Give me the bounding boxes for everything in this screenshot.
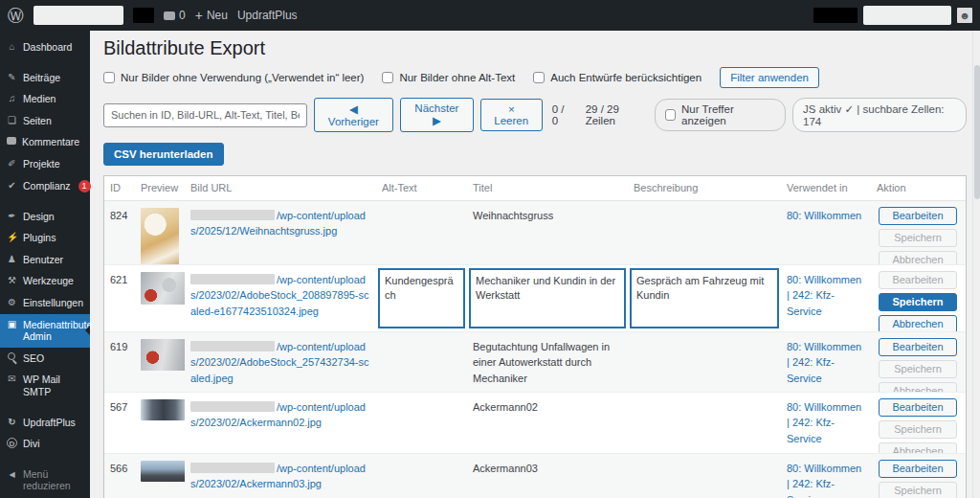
- sidebar-item-benutzer[interactable]: Benutzer: [0, 249, 90, 271]
- sidebar-item-plugins[interactable]: Plugins: [0, 227, 90, 249]
- sidebar-item-beitraege[interactable]: Beiträge: [0, 67, 90, 89]
- sidebar-item-updraftplus[interactable]: UpdraftPlus: [0, 412, 90, 434]
- search-input[interactable]: [103, 103, 307, 127]
- pushpin-icon: [7, 72, 17, 82]
- sidebar-item-design[interactable]: Design: [0, 206, 90, 228]
- checkbox-icon[interactable]: [103, 72, 115, 83]
- comment-bubble-icon: [164, 11, 175, 20]
- sidebar-item-label: Medienattribute Admin: [23, 319, 92, 343]
- description-value: [628, 393, 781, 453]
- alt-text-edit-field[interactable]: Kundengespräch: [378, 268, 465, 328]
- sidebar-item-wp-mail-smtp[interactable]: WP Mail SMTP: [0, 369, 90, 402]
- redacted-domain: [190, 274, 275, 284]
- edit-button: Bearbeiten: [879, 271, 957, 289]
- main-content: Bildattribute Export Nur Bilder ohne Ver…: [90, 31, 980, 498]
- filter-only-unused[interactable]: Nur Bilder ohne Verwendung („Verwendet i…: [103, 72, 364, 83]
- next-match-button[interactable]: Nächster ▶: [400, 98, 474, 132]
- sidebar-item-label: Projekte: [23, 158, 83, 170]
- save-button: Speichern: [879, 482, 957, 498]
- mechanic-car-thumbnail: [141, 339, 185, 371]
- used-in-link[interactable]: 80: Willkommen | 242: Kfz-Service: [787, 401, 861, 444]
- edit-button[interactable]: Bearbeiten: [879, 460, 957, 478]
- redacted-site-name[interactable]: [33, 6, 123, 25]
- sidebar-item-seo[interactable]: SEO: [0, 348, 90, 370]
- scrollbar-thumb[interactable]: [974, 65, 980, 199]
- only-matches-toggle[interactable]: Nur Treffer anzeigen: [655, 99, 786, 131]
- used-in-link[interactable]: 80: Willkommen: [787, 210, 861, 221]
- page-scrollbar[interactable]: [972, 31, 980, 498]
- sidebar-item-divi[interactable]: Divi: [0, 433, 90, 455]
- save-button: Speichern: [879, 420, 957, 439]
- js-status-badge: JS aktiv ✓ | suchbare Zellen: 174: [792, 98, 967, 132]
- sidebar-item-seiten[interactable]: Seiten: [0, 110, 90, 132]
- sidebar-item-label: Divi: [23, 438, 83, 450]
- sidebar-item-projekte[interactable]: Projekte: [0, 153, 90, 175]
- clear-search-button[interactable]: × Leeren: [480, 99, 543, 131]
- apply-filter-button[interactable]: Filter anwenden: [720, 67, 819, 88]
- checkbox-icon[interactable]: [382, 72, 393, 83]
- edit-button[interactable]: Bearbeiten: [879, 338, 957, 356]
- sidebar-item-label: SEO: [23, 352, 83, 365]
- save-button[interactable]: Speichern: [879, 293, 957, 311]
- sidebar-item-label: Benutzer: [23, 254, 83, 266]
- column-header-id: ID: [104, 176, 135, 200]
- sidebar-item-complianz[interactable]: Complianz 1: [0, 175, 90, 197]
- redacted-username[interactable]: [863, 6, 951, 25]
- sidebar-item-dashboard[interactable]: Dashboard: [0, 36, 90, 58]
- sidebar-item-kommentare[interactable]: Kommentare: [0, 131, 90, 153]
- used-in-link[interactable]: 80: Willkommen | 242: Kfz-Service: [787, 341, 861, 384]
- checkbox-icon[interactable]: [665, 109, 676, 121]
- alt-text-value: [376, 393, 467, 453]
- page-title: Bildattribute Export: [103, 37, 967, 59]
- row-counter: 29 / 29 Zeilen: [586, 103, 648, 126]
- redacted-item: [133, 8, 154, 23]
- filter-no-alt-text[interactable]: Nur Bilder ohne Alt-Text: [382, 72, 515, 83]
- sidebar-item-einstellungen[interactable]: Einstellungen: [0, 292, 90, 314]
- sidebar-item-werkzeuge[interactable]: Werkzeuge: [0, 270, 90, 292]
- redacted-domain: [190, 210, 275, 220]
- user-avatar[interactable]: ☻: [957, 8, 972, 23]
- save-button: Speichern: [879, 229, 957, 247]
- media-icon: [7, 93, 17, 103]
- only-matches-label: Nur Treffer anzeigen: [681, 103, 775, 126]
- alt-text-value: [376, 332, 467, 392]
- projects-icon: [7, 158, 17, 169]
- filter-include-drafts[interactable]: Auch Entwürfe berücksichtigen: [533, 72, 702, 83]
- title-edit-field[interactable]: Mechaniker und Kundin in der Werkstatt: [469, 268, 626, 328]
- sidebar-item-medienattribute-admin[interactable]: Medienattribute Admin: [0, 314, 90, 348]
- sidebar-item-medien[interactable]: Medien: [0, 88, 90, 110]
- appearance-icon: [7, 211, 17, 221]
- wordpress-logo-icon[interactable]: Ⓦ: [8, 8, 24, 24]
- row-id: 567: [104, 393, 135, 453]
- cancel-button[interactable]: Abbrechen: [879, 315, 957, 331]
- mail-icon: [7, 374, 17, 384]
- title-value: Begutachtung Unfallwagen in einer Autowe…: [467, 332, 628, 392]
- table-row: 567 /wp-content/uploads/2023/02/Ackerman…: [104, 393, 966, 454]
- download-csv-button[interactable]: CSV herunterladen: [103, 143, 224, 166]
- sidebar-item-label: Plugins: [23, 232, 83, 244]
- description-edit-field[interactable]: Gespräch am Fahrzeug mit Kundin: [630, 268, 779, 328]
- mechanic-customer-thumbnail: [141, 272, 185, 305]
- title-value: Weihnachtsgruss: [467, 201, 628, 264]
- checkbox-icon[interactable]: [533, 72, 545, 83]
- admin-bar-new[interactable]: + Neu: [195, 8, 228, 23]
- admin-bar-updraftplus[interactable]: UpdraftPlus: [237, 9, 298, 22]
- previous-match-button[interactable]: ◀ Vorheriger: [314, 98, 393, 132]
- car-rear-thumbnail: [141, 399, 185, 420]
- admin-bar-comments[interactable]: 0: [164, 9, 186, 22]
- table-row: 619 /wp-content/uploads/2023/02/AdobeSto…: [104, 332, 966, 393]
- table-row: 824 /wp-content/uploads/2025/12/Weihnach…: [104, 201, 966, 265]
- row-id: 824: [104, 201, 135, 264]
- description-value: [628, 332, 781, 392]
- alt-text-value: [376, 201, 467, 264]
- edit-button[interactable]: Bearbeiten: [879, 207, 957, 225]
- media-attributes-table: ID Preview Bild URL Alt-Text Titel Besch…: [103, 175, 967, 498]
- used-in-link[interactable]: 80: Willkommen | 242: Kfz-Service: [787, 463, 861, 498]
- column-header-titel: Titel: [467, 176, 628, 200]
- sidebar-item-label: WP Mail SMTP: [23, 374, 83, 397]
- edit-button[interactable]: Bearbeiten: [879, 398, 957, 417]
- plugin-icon: [7, 232, 17, 242]
- sidebar-collapse-menu[interactable]: Menü reduzieren: [0, 464, 90, 497]
- sidebar-item-label: Seiten: [23, 115, 83, 127]
- used-in-link[interactable]: 80: Willkommen | 242: Kfz-Service: [787, 274, 861, 317]
